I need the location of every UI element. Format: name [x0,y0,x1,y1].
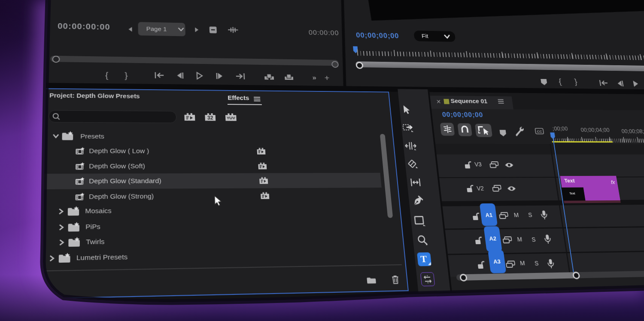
svg-text:32: 32 [207,115,214,121]
svg-text:YUV: YUV [227,116,236,120]
svg-text:CC: CC [537,130,543,133]
